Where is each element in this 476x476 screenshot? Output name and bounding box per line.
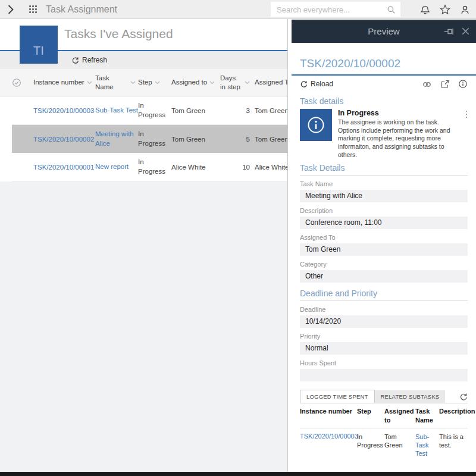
kebab-menu-icon[interactable] (465, 110, 468, 118)
column-header-assigned-to[interactable]: Assigned to (171, 78, 207, 86)
chevron-down-icon[interactable] (130, 81, 136, 84)
instance-link[interactable]: TSK/2020/10/00001 (33, 164, 94, 171)
assigned-to-2-cell: Tom Green (255, 107, 287, 114)
table-row[interactable]: TSK/2020/10/00001 New report In Progress… (12, 153, 287, 181)
field-category: Category Other (300, 261, 468, 283)
assigned-to-cell: Alice White (171, 164, 220, 171)
status-card: In Progress The assignee is working on t… (300, 109, 468, 159)
task-name-link[interactable]: Sub-Task Test (95, 107, 138, 114)
tab-related-subtasks[interactable]: RELATED SUBTASKS (375, 390, 446, 403)
table-row[interactable]: TSK/2020/10/00003 Sub-Task Test In Progr… (12, 96, 287, 125)
days-in-step-cell: 5 (220, 136, 255, 143)
pin-icon[interactable] (443, 26, 454, 37)
subtask-column-step: Step (357, 407, 384, 424)
assigned-to-cell: Tom Green (171, 107, 220, 114)
step-cell: In Progress (138, 101, 171, 120)
instance-link[interactable]: TSK/2020/10/00002 (33, 136, 94, 143)
assigned-to-2-cell: Alice White (255, 164, 287, 171)
open-in-new-icon[interactable] (440, 79, 450, 89)
subtask-row[interactable]: TSK/2020/10/00003 In Progress Tom Green … (300, 428, 468, 462)
field-value: 10/14/2020 (300, 315, 468, 328)
field-value: Tom Green (300, 243, 468, 256)
subtask-description-cell: This is a test. (439, 433, 468, 458)
table-row-selected[interactable]: TSK/2020/10/00002 Meeting with Alice In … (12, 125, 287, 153)
task-name-link[interactable]: New report (95, 163, 129, 170)
subtask-tabs: LOGGED TIME SPENT RELATED SUBTASKS (300, 390, 468, 403)
refresh-button[interactable]: Refresh (71, 56, 107, 64)
field-label: Hours Spent (300, 359, 468, 367)
list-empty-area (0, 181, 287, 472)
topbar-icons (420, 0, 470, 19)
list-header: TI Tasks I've Assigned (0, 19, 287, 51)
step-cell: In Progress (138, 130, 171, 148)
reload-label: Reload (311, 80, 333, 88)
search-input[interactable] (271, 2, 387, 17)
info-icon[interactable] (458, 79, 468, 89)
column-header-days-in-step[interactable]: Days in step (220, 74, 242, 91)
app-grid-icon[interactable] (29, 5, 37, 14)
subtask-column-task: Task Name (415, 407, 439, 424)
field-value: Conference room, 11:00 (300, 217, 468, 229)
step-cell: In Progress (138, 158, 171, 176)
section-heading-task-details: Task Details (300, 163, 468, 176)
user-icon[interactable] (460, 5, 470, 15)
preview-toolbar: Reload (300, 76, 468, 92)
column-header-step[interactable]: Step (138, 78, 152, 86)
refresh-icon[interactable] (459, 393, 468, 401)
task-name-link[interactable]: Meeting with Alice (95, 130, 134, 147)
subtask-step-cell: In Progress (357, 433, 384, 458)
field-label: Assigned To (300, 234, 468, 241)
preview-header: Preview (292, 20, 476, 43)
list-title: Tasks I've Assigned (64, 27, 173, 41)
field-hours-spent: Hours Spent (300, 359, 468, 381)
select-all-check-icon[interactable] (12, 78, 21, 87)
section-heading-deadline-priority: Deadline and Priority (300, 289, 468, 301)
subtask-column-instance: Instance number (300, 407, 357, 424)
bottom-bar (0, 472, 476, 476)
field-task-name: Task Name Meeting with Alice (300, 180, 468, 202)
app-title: Task Assignment (46, 4, 117, 15)
field-label: Priority (300, 333, 468, 340)
column-header-assigned-to-2[interactable]: Assigned To (255, 78, 287, 86)
bell-icon[interactable] (420, 5, 430, 15)
sidebar-expand-chevron-icon[interactable] (7, 4, 14, 15)
chevron-down-icon[interactable] (155, 81, 160, 84)
reload-button[interactable]: Reload (300, 80, 333, 88)
field-value: Normal (300, 342, 468, 355)
field-deadline: Deadline 10/14/2020 (300, 306, 468, 328)
star-icon[interactable] (440, 4, 450, 15)
status-info-icon (300, 109, 332, 141)
assigned-to-2-cell: Tom Green (255, 136, 287, 143)
subtask-column-assigned: Assigned to (384, 407, 415, 424)
field-value: Other (300, 270, 468, 283)
subtask-assigned-cell: Tom Green (384, 433, 415, 458)
process-avatar: TI (20, 26, 58, 64)
subtask-instance-link[interactable]: TSK/2020/10/00003 (300, 433, 358, 440)
table-header: Instance number Task Name Step Assigned … (0, 69, 287, 96)
close-icon[interactable] (461, 27, 470, 36)
status-description: The assignee is working on the task. Opt… (338, 118, 461, 159)
subtask-task-link[interactable]: Sub-Task Test (415, 433, 429, 458)
column-header-task-name[interactable]: Task Name (95, 74, 128, 91)
assigned-to-cell: Tom Green (171, 136, 220, 143)
preview-body: TSK/2020/10/00002 Reload Task details (292, 43, 476, 472)
field-label: Deadline (300, 306, 468, 313)
field-label: Category (300, 261, 468, 268)
column-header-instance[interactable]: Instance number (33, 78, 84, 86)
status-name: In Progress (338, 109, 461, 117)
field-label: Description (300, 207, 468, 214)
field-description: Description Conference room, 11:00 (300, 207, 468, 229)
chevron-down-icon[interactable] (245, 81, 250, 84)
days-in-step-cell: 3 (220, 107, 255, 114)
subtask-column-description: Description (439, 407, 475, 424)
instance-link[interactable]: TSK/2020/10/00003 (33, 107, 94, 114)
search-icon[interactable] (387, 5, 396, 14)
link-icon[interactable] (422, 79, 432, 89)
chevron-down-icon[interactable] (87, 81, 92, 84)
table-body: TSK/2020/10/00003 Sub-Task Test In Progr… (0, 96, 287, 181)
days-in-step-cell: 10 (220, 164, 255, 171)
preview-panel: Preview TSK/2020/10/00002 Reload (292, 20, 476, 472)
chevron-down-icon[interactable] (209, 81, 215, 84)
tab-logged-time-spent[interactable]: LOGGED TIME SPENT (300, 390, 375, 403)
preview-header-title: Preview (368, 26, 399, 36)
